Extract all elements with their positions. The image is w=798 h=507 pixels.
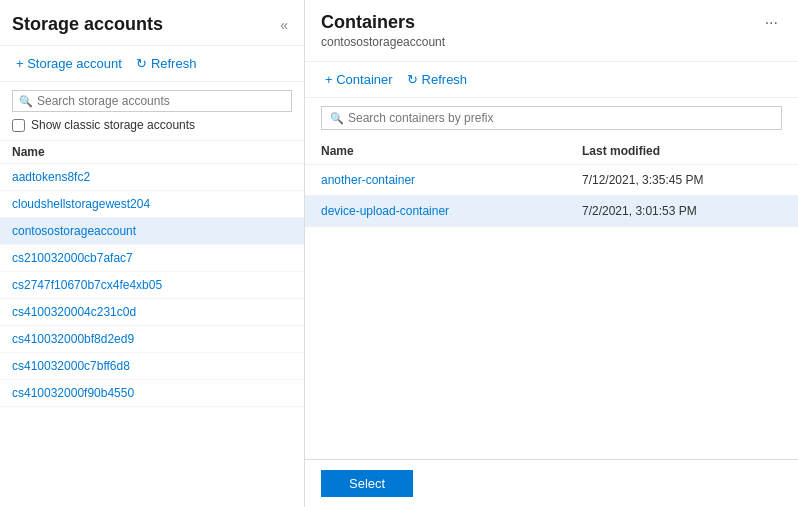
refresh-icon-right: ↻ bbox=[407, 72, 418, 87]
right-panel: Containers ··· contosostorageaccount + C… bbox=[305, 0, 798, 507]
left-refresh-button[interactable]: ↻ Refresh bbox=[132, 54, 201, 73]
container-search-box[interactable]: 🔍 bbox=[321, 106, 782, 130]
storage-list-item[interactable]: cs4100320004c231c0d bbox=[0, 299, 304, 326]
storage-list-item[interactable]: aadtokens8fc2 bbox=[0, 164, 304, 191]
storage-list-item[interactable]: contosostorageaccount bbox=[0, 218, 304, 245]
name-col-header: Name bbox=[321, 144, 582, 158]
storage-list-item[interactable]: cs210032000cb7afac7 bbox=[0, 245, 304, 272]
table-row[interactable]: another-container7/12/2021, 3:35:45 PM bbox=[305, 165, 798, 196]
search-storage-input[interactable] bbox=[37, 94, 285, 108]
right-toolbar: + Container ↻ Refresh bbox=[305, 62, 798, 98]
show-classic-checkbox[interactable] bbox=[12, 119, 25, 132]
storage-list-item[interactable]: cs410032000c7bff6d8 bbox=[0, 353, 304, 380]
storage-list-item[interactable]: cs2747f10670b7cx4fe4xb05 bbox=[0, 272, 304, 299]
search-icon-right: 🔍 bbox=[330, 112, 344, 125]
container-modified: 7/12/2021, 3:35:45 PM bbox=[582, 173, 782, 187]
containers-table-header: Name Last modified bbox=[305, 138, 798, 165]
add-storage-account-button[interactable]: + Storage account bbox=[12, 54, 126, 73]
right-refresh-button[interactable]: ↻ Refresh bbox=[403, 70, 472, 89]
name-column-header-left: Name bbox=[0, 141, 304, 164]
classic-accounts-row: Show classic storage accounts bbox=[12, 118, 292, 132]
select-button[interactable]: Select bbox=[321, 470, 413, 497]
account-subtitle: contosostorageaccount bbox=[321, 35, 782, 49]
classic-accounts-label: Show classic storage accounts bbox=[31, 118, 195, 132]
storage-accounts-title: Storage accounts bbox=[12, 14, 163, 35]
container-name: device-upload-container bbox=[321, 204, 582, 218]
left-filters: 🔍 Show classic storage accounts bbox=[0, 82, 304, 141]
table-row[interactable]: device-upload-container7/2/2021, 3:01:53… bbox=[305, 196, 798, 227]
refresh-icon-left: ↻ bbox=[136, 56, 147, 71]
container-modified: 7/2/2021, 3:01:53 PM bbox=[582, 204, 782, 218]
search-icon-left: 🔍 bbox=[19, 95, 33, 108]
containers-title: Containers bbox=[321, 12, 415, 33]
left-panel: Storage accounts « + Storage account ↻ R… bbox=[0, 0, 305, 507]
containers-table: Name Last modified another-container7/12… bbox=[305, 138, 798, 459]
left-header: Storage accounts « bbox=[0, 0, 304, 46]
storage-list-item[interactable]: cloudshellstoragewest204 bbox=[0, 191, 304, 218]
add-container-button[interactable]: + Container bbox=[321, 70, 397, 89]
storage-list: aadtokens8fc2cloudshellstoragewest204con… bbox=[0, 164, 304, 507]
container-name: another-container bbox=[321, 173, 582, 187]
bottom-bar: Select bbox=[305, 459, 798, 507]
modified-col-header: Last modified bbox=[582, 144, 782, 158]
container-rows: another-container7/12/2021, 3:35:45 PMde… bbox=[305, 165, 798, 227]
collapse-button[interactable]: « bbox=[276, 15, 292, 35]
right-header: Containers ··· contosostorageaccount bbox=[305, 0, 798, 62]
search-containers-input[interactable] bbox=[348, 111, 773, 125]
storage-list-item[interactable]: cs410032000bf8d2ed9 bbox=[0, 326, 304, 353]
left-toolbar: + Storage account ↻ Refresh bbox=[0, 46, 304, 82]
main-layout: Storage accounts « + Storage account ↻ R… bbox=[0, 0, 798, 507]
more-options-button[interactable]: ··· bbox=[761, 14, 782, 32]
storage-search-box[interactable]: 🔍 bbox=[12, 90, 292, 112]
storage-list-item[interactable]: cs410032000f90b4550 bbox=[0, 380, 304, 407]
